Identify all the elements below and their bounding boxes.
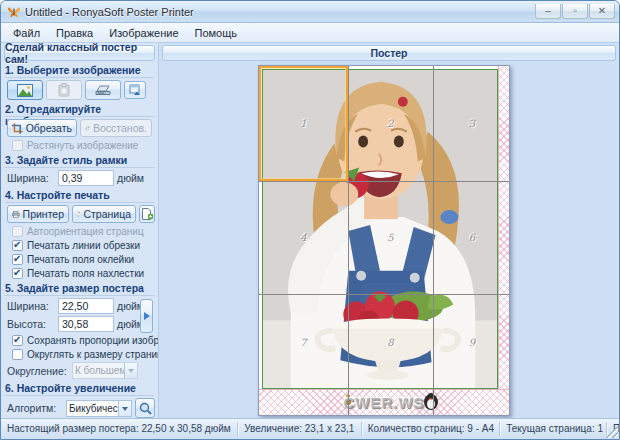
checkbox-box[interactable] (12, 254, 23, 265)
restore-button[interactable]: Восстанов. (80, 119, 152, 137)
cell-number: 5 (387, 232, 393, 243)
checkbox-box[interactable] (12, 335, 23, 346)
menu-edit[interactable]: Правка (48, 25, 101, 41)
algorithm-label: Алгоритм: (7, 402, 63, 414)
poster-cell-4[interactable]: 4 (259, 181, 348, 294)
status-bar: Настоящий размер постера: 22,50 x 30,58 … (1, 418, 619, 439)
page-preview-button[interactable] (139, 205, 155, 223)
poster-cell-1-selected[interactable]: 1 (259, 66, 348, 181)
checkbox-label: Печатать линии обрезки (27, 240, 140, 251)
rounding-dropdown[interactable]: К большему (72, 362, 138, 379)
dropdown-arrow-icon[interactable] (124, 363, 137, 378)
app-window: Untitled - RonyaSoft Poster Printer – ▫ … (0, 0, 620, 440)
page-settings-button[interactable]: Страница (72, 205, 136, 223)
window-title: Untitled - RonyaSoft Poster Printer (25, 6, 194, 18)
poster-panel-header: Постер (162, 45, 616, 61)
poster-cell-2[interactable]: 2 (348, 66, 433, 181)
poster-cell-7[interactable]: 7 (259, 294, 348, 390)
checkbox-round-to-page[interactable]: Округлять к размеру страницы (12, 348, 155, 360)
checkbox-box[interactable] (12, 268, 23, 279)
menu-bar: Файл Правка Изображение Помощь (1, 23, 619, 43)
checkbox-label: Сохранять пропорции изображения (27, 335, 159, 346)
cell-number: 8 (387, 337, 393, 348)
clipboard-paste-icon (58, 83, 70, 97)
link-dimensions-button[interactable] (140, 299, 153, 333)
preview-enlargement-button[interactable] (135, 398, 155, 418)
section-title-frame-style: 3. Задайте стиль рамки (5, 154, 154, 168)
page-add-icon (142, 208, 153, 220)
poster-page-preview[interactable]: CWER.WS 1 2 3 4 5 6 7 8 9 (258, 65, 510, 416)
cell-number: 4 (300, 232, 306, 243)
scan-image-button[interactable] (85, 80, 121, 100)
crop-icon (12, 123, 23, 134)
page-button-label: Страница (83, 208, 131, 220)
page-icon (77, 208, 80, 220)
checkbox-label: Растянуть изображение (27, 140, 138, 151)
checkbox-label: Печатать поля оклейки (27, 254, 134, 265)
checkbox-print-overlap-margins[interactable]: Печатать поля нахлестки (12, 267, 155, 279)
cell-number: 7 (300, 337, 306, 348)
checkbox-box[interactable] (12, 140, 23, 151)
cell-number: 6 (469, 232, 475, 243)
poster-width-input[interactable] (58, 298, 114, 314)
checkbox-label: Округлять к размеру страницы (27, 349, 159, 360)
poster-height-input[interactable] (58, 316, 114, 332)
title-bar[interactable]: Untitled - RonyaSoft Poster Printer – ▫ … (1, 1, 619, 23)
poster-cell-5[interactable]: 5 (348, 181, 433, 294)
checkbox-label: Печатать поля нахлестки (27, 268, 144, 279)
scanner-icon (95, 84, 111, 96)
open-image-button[interactable] (7, 80, 43, 100)
minimize-button[interactable]: – (535, 4, 561, 19)
printer-settings-button[interactable]: Принтер (7, 205, 69, 223)
checkbox-keep-proportions[interactable]: Сохранять пропорции изображения (12, 334, 155, 346)
poster-cell-3[interactable]: 3 (433, 66, 511, 181)
crop-button-label: Обрезать (26, 122, 72, 134)
checkbox-label: Автоориентация страниц (27, 226, 144, 237)
menu-image[interactable]: Изображение (101, 25, 186, 41)
checkbox-print-cut-lines[interactable]: Печатать линии обрезки (12, 239, 155, 251)
rounding-value: К большему (73, 363, 124, 378)
poster-cell-6[interactable]: 6 (433, 181, 511, 294)
menu-help[interactable]: Помощь (187, 25, 246, 41)
picture-icon (17, 84, 33, 97)
algorithm-dropdown[interactable]: Бикубичес (66, 400, 132, 417)
poster-canvas[interactable]: CWER.WS 1 2 3 4 5 6 7 8 9 (162, 63, 616, 416)
algorithm-value: Бикубичес (67, 401, 118, 416)
checkbox-print-glue-margins[interactable]: Печатать поля оклейки (12, 253, 155, 265)
rounding-label: Округление: (7, 365, 69, 377)
status-current-page: Текущая страница: 1 (500, 422, 607, 436)
dropdown-arrow-icon[interactable] (118, 401, 131, 416)
crop-button[interactable]: Обрезать (7, 119, 77, 137)
section-title-enlargement: 6. Настройте увеличение (5, 382, 154, 396)
menu-file[interactable]: Файл (5, 25, 48, 41)
section-title-poster-size: 5. Задайте размер постера (5, 282, 154, 296)
cell-number: 2 (387, 118, 393, 129)
poster-cell-9[interactable]: 9 (433, 294, 511, 390)
checkbox-box[interactable] (12, 226, 23, 237)
close-button[interactable]: ✕ (589, 4, 615, 19)
acquire-image-button[interactable] (124, 81, 146, 99)
maximize-button[interactable]: ▫ (562, 4, 588, 19)
restore-button-label: Восстанов. (93, 122, 147, 134)
checkbox-stretch-image[interactable]: Растянуть изображение (12, 139, 155, 151)
section-title-print-setup: 4. Настройте печать (5, 189, 154, 203)
poster-cell-8[interactable]: 8 (348, 294, 433, 390)
frame-width-input[interactable] (58, 170, 114, 186)
poster-width-label: Ширина: (7, 300, 55, 312)
magnifier-icon (139, 402, 152, 415)
paste-image-button[interactable] (46, 80, 82, 100)
poster-panel: Постер (159, 43, 619, 418)
printer-icon (12, 209, 20, 220)
sidebar-header: Сделай классный постер сам! (4, 45, 155, 61)
checkbox-box[interactable] (12, 240, 23, 251)
resize-grip[interactable] (606, 426, 618, 438)
cell-number: 1 (300, 118, 306, 129)
checkbox-auto-orientation[interactable]: Автоориентация страниц (12, 225, 155, 237)
butterfly-app-icon (7, 5, 21, 19)
poster-height-label: Высота: (7, 318, 55, 330)
frame-width-unit: дюйм (117, 172, 144, 184)
status-poster-size: Настоящий размер постера: 22,50 x 30,58 … (1, 422, 238, 436)
section-title-edit-image: 2. Отредактируйте изображение (5, 103, 154, 117)
checkbox-box[interactable] (12, 349, 23, 360)
section-title-select-image: 1. Выберите изображение (5, 64, 154, 78)
